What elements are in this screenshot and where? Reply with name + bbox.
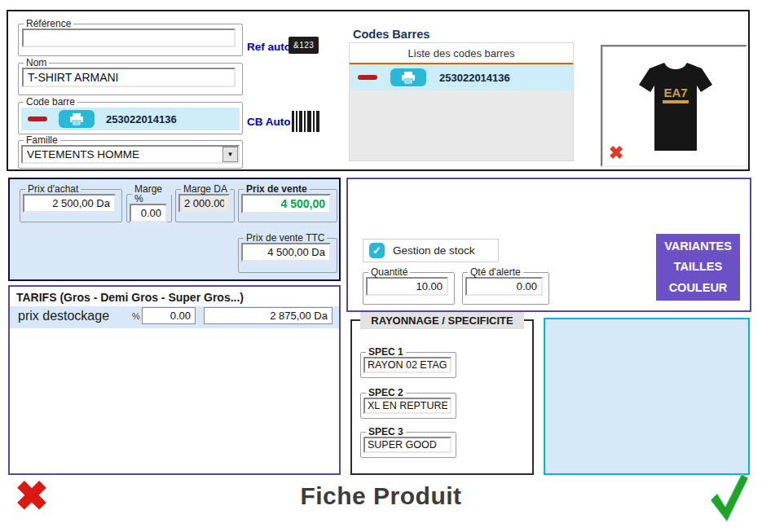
variantes-line1: VARIANTES [656, 236, 740, 257]
nom-group: Nom [18, 58, 243, 95]
qte-alerte-input[interactable] [465, 277, 543, 296]
prix-vente-ttc-group: Prix de vente TTC [238, 233, 337, 273]
marge-pct-input[interactable] [130, 204, 167, 222]
delete-image-icon[interactable]: ✖ [609, 143, 623, 164]
reference-input[interactable] [22, 29, 236, 47]
marge-pct-label: Marge % [132, 184, 171, 204]
quantite-input[interactable] [366, 277, 448, 296]
spec3-input[interactable] [363, 437, 451, 453]
tarif-row-label: prix destockage [18, 309, 109, 323]
printer-icon [401, 72, 416, 84]
code-barre-label: Code barre [24, 97, 77, 107]
remove-icon[interactable] [358, 75, 377, 80]
tarif-amount-input[interactable] [204, 307, 333, 324]
list-item-code: 253022014136 [439, 72, 510, 84]
prix-vente-ttc-label: Prix de vente TTC [244, 233, 327, 243]
prix-vente-input[interactable] [241, 194, 331, 213]
code-barre-row[interactable]: 253022014136 [21, 108, 240, 130]
spec1-input[interactable] [363, 357, 451, 373]
variantes-line3: COULEUR [656, 278, 740, 298]
nom-label: Nom [24, 58, 49, 68]
page-title: Fiche Produit [0, 482, 762, 510]
code-barre-group: Code barre 253022014136 [18, 97, 243, 134]
barcode-icon[interactable] [292, 111, 319, 132]
brand-text: EA7 [663, 86, 687, 99]
chevron-down-icon[interactable]: ▼ [222, 147, 238, 162]
rayonnage-title: RAYONNAGE / SPECIFICITE [360, 312, 524, 329]
marge-da-input[interactable] [178, 194, 230, 213]
ref-auto-button[interactable]: &123 [289, 37, 319, 54]
percent-symbol: % [132, 311, 140, 321]
codes-barres-list-header: Liste des codes barres [350, 43, 573, 64]
prix-achat-label: Prix d'achat [25, 184, 81, 194]
famille-select[interactable] [21, 145, 240, 164]
prix-achat-input[interactable] [23, 194, 116, 213]
description-area[interactable] [544, 318, 750, 475]
stock-panel: ✓ Gestion de stock Quantité Qté d'alerte… [346, 178, 751, 312]
spec1-label: SPEC 1 [366, 347, 406, 357]
quantite-label: Quantité [368, 267, 410, 277]
tarif-row: prix destockage % [10, 306, 339, 328]
code-barre-value: 253022014136 [106, 113, 177, 125]
marge-pct-group: Marge % [126, 184, 172, 222]
printer-icon [69, 113, 84, 125]
cb-auto-label: CB Auto [247, 116, 291, 128]
product-image-frame: EA7 ✖ [601, 45, 747, 167]
pricing-panel: Prix d'achat Marge % Marge DA Prix de ve… [8, 178, 341, 281]
prix-vente-group: Prix de vente [238, 184, 337, 222]
gestion-stock-label: Gestion de stock [393, 244, 475, 257]
spec2-label: SPEC 2 [366, 388, 406, 398]
codes-barres-list: Liste des codes barres 253022014136 [349, 42, 574, 161]
gestion-stock-checkbox[interactable]: ✓ [369, 243, 385, 258]
famille-label: Famille [24, 135, 60, 145]
codes-barres-title: Codes Barres [353, 28, 429, 41]
marge-da-label: Marge DA [181, 184, 230, 194]
print-button[interactable] [390, 68, 426, 86]
qte-alerte-label: Qté d'alerte [468, 267, 523, 277]
identity-panel: Référence Ref auto &123 Nom Code barre [7, 10, 750, 171]
famille-group: Famille ▼ [18, 135, 243, 169]
prix-vente-ttc-input[interactable] [241, 243, 331, 262]
reference-label: Référence [24, 19, 73, 29]
spec2-input[interactable] [363, 398, 451, 414]
prix-vente-label: Prix de vente [244, 184, 310, 194]
nom-input[interactable] [22, 68, 236, 87]
print-button[interactable] [59, 110, 95, 128]
codes-barres-list-item[interactable]: 253022014136 [350, 64, 573, 90]
reference-group: Référence [18, 19, 243, 56]
variantes-line2: TAILLES [656, 257, 740, 277]
tarif-pct-input[interactable] [142, 307, 196, 324]
qte-alerte-group: Qté d'alerte [462, 267, 549, 305]
prix-achat-group: Prix d'achat [20, 184, 122, 222]
tarifs-title: TARIFS (Gros - Demi Gros - Super Gros...… [10, 287, 339, 306]
fiche-produit-window: Référence Ref auto &123 Nom Code barre [0, 0, 762, 532]
validate-button[interactable] [707, 473, 750, 523]
variantes-button[interactable]: VARIANTES TAILLES COULEUR [656, 234, 740, 301]
product-image: EA7 [635, 53, 716, 160]
gestion-stock-box: ✓ Gestion de stock [363, 239, 499, 262]
spec2-group: SPEC 2 [360, 388, 456, 419]
marge-da-group: Marge DA [175, 184, 235, 222]
spec1-group: SPEC 1 [360, 347, 456, 378]
spec3-group: SPEC 3 [360, 427, 456, 458]
tarifs-panel: TARIFS (Gros - Demi Gros - Super Gros...… [8, 285, 341, 475]
rayonnage-panel: RAYONNAGE / SPECIFICITE SPEC 1 SPEC 2 SP… [350, 319, 534, 475]
ref-auto-label: Ref auto [247, 41, 291, 53]
remove-icon[interactable] [28, 117, 47, 121]
spec3-label: SPEC 3 [366, 427, 406, 437]
quantite-group: Quantité [363, 267, 455, 305]
